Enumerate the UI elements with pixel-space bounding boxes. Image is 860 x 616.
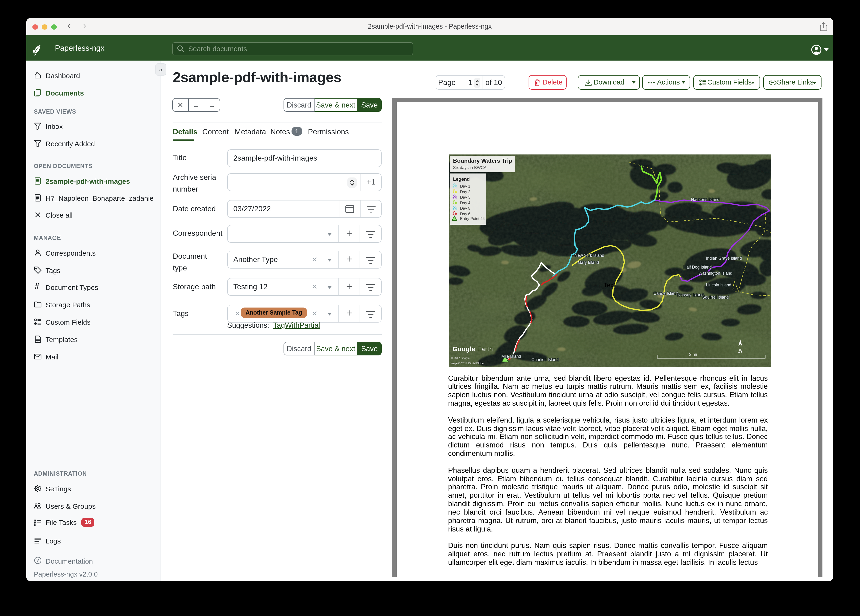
svg-text:Charlies Island: Charlies Island — [531, 357, 559, 362]
svg-text:Half Dog Island: Half Dog Island — [683, 265, 711, 269]
svg-text:New York Island: New York Island — [574, 253, 604, 258]
svg-text:Squirrel Island: Squirrel Island — [702, 295, 728, 300]
svg-text:N: N — [738, 347, 743, 354]
svg-text:Google Earth: Google Earth — [452, 346, 493, 353]
svg-text:Indian Grave Island: Indian Grave Island — [706, 256, 742, 261]
svg-text:?: ? — [36, 558, 39, 563]
svg-text:Day 5: Day 5 — [460, 206, 470, 211]
svg-text:Six days in BWCA: Six days in BWCA — [453, 165, 486, 170]
svg-text:Day 6: Day 6 — [460, 212, 470, 216]
svg-text:Boundary Waters Trip: Boundary Waters Trip — [453, 157, 512, 164]
svg-text:Legend: Legend — [453, 176, 469, 182]
svg-text:Day 1: Day 1 — [460, 184, 470, 189]
svg-text:Day 2: Day 2 — [460, 190, 470, 194]
svg-text:3 mi: 3 mi — [689, 352, 697, 357]
svg-text:Entry Point 24: Entry Point 24 — [460, 217, 485, 221]
svg-text:Washington Island: Washington Island — [698, 271, 732, 276]
svg-text:Day 3: Day 3 — [460, 195, 470, 200]
svg-text:Text: Text — [603, 282, 615, 289]
svg-text:Hausons Island: Hausons Island — [691, 197, 719, 202]
svg-text:Canoe Island: Canoe Island — [653, 291, 678, 296]
svg-text:Day 4: Day 4 — [460, 201, 470, 205]
svg-text:Mile Island: Mile Island — [501, 354, 521, 359]
svg-text:Gary Island: Gary Island — [578, 260, 599, 265]
svg-text:Norway Island: Norway Island — [677, 292, 703, 297]
svg-text:Image © 2017 DigitalGlobe: Image © 2017 DigitalGlobe — [449, 362, 483, 365]
svg-text:Lincoln Island: Lincoln Island — [706, 283, 731, 288]
svg-text:© 2017 Google: © 2017 Google — [450, 357, 469, 360]
